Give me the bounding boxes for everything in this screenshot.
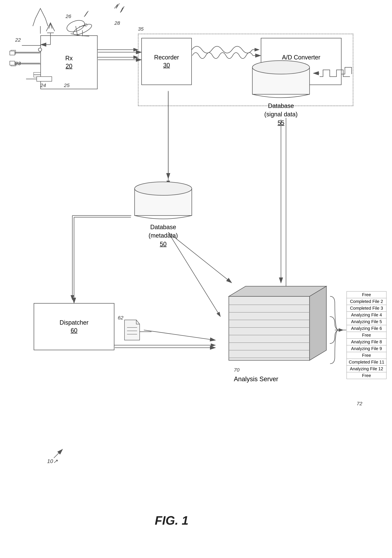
table-cell: Analyzing File 9 bbox=[347, 345, 386, 352]
database-signal-label: Database(signal data)55 bbox=[264, 102, 298, 127]
diagram-container: 35 Rx20 Recorder30 A/D Converter40 22 26… bbox=[0, 0, 392, 558]
analysis-server-label: Analysis Server bbox=[234, 375, 278, 383]
table-row: Free bbox=[347, 332, 386, 339]
table-row: Completed File 11 bbox=[347, 359, 386, 366]
svg-line-73 bbox=[144, 330, 215, 340]
ref-28: 28 bbox=[114, 20, 120, 26]
table-cell: Completed File 2 bbox=[347, 298, 386, 305]
table-row: Analyzing File 9 bbox=[347, 345, 386, 352]
table-row: Completed File 3 bbox=[347, 305, 386, 312]
dispatcher-label: Dispatcher60 bbox=[60, 319, 88, 335]
svg-point-28 bbox=[135, 182, 192, 195]
ref-22: 22 bbox=[15, 37, 21, 43]
ref-24: 24 bbox=[40, 82, 46, 88]
svg-rect-66 bbox=[10, 51, 15, 55]
ref-25: 25 bbox=[64, 82, 69, 88]
table-row: Analyzing File 4 bbox=[347, 312, 386, 318]
table-row: Analyzing File 8 bbox=[347, 339, 386, 345]
recorder-ref: 30 bbox=[163, 62, 170, 69]
table-row: Analyzing File 12 bbox=[347, 366, 386, 372]
file-status-table: Free Completed File 2 Completed File 3 A… bbox=[347, 291, 386, 379]
svg-line-53 bbox=[79, 25, 86, 27]
dispatcher-box: Dispatcher60 bbox=[34, 303, 114, 350]
ref-26: 26 bbox=[66, 13, 71, 19]
svg-line-2 bbox=[76, 26, 77, 35]
ref-62: 62 bbox=[118, 315, 123, 321]
rx-box: Rx20 bbox=[40, 35, 98, 89]
file-icon bbox=[123, 318, 143, 342]
table-cell: Analyzing File 4 bbox=[347, 312, 386, 318]
table-cell: Free bbox=[347, 352, 386, 359]
table-cell: Analyzing File 8 bbox=[347, 339, 386, 345]
ref-23: 23 bbox=[15, 61, 21, 66]
database-metadata-cylinder bbox=[131, 178, 195, 222]
table-cell: Free bbox=[347, 291, 386, 298]
svg-point-54 bbox=[85, 24, 87, 26]
table-row: Free bbox=[347, 291, 386, 298]
ref-70: 70 bbox=[234, 367, 239, 373]
table-cell: Free bbox=[347, 372, 386, 379]
svg-point-26 bbox=[252, 61, 310, 74]
table-cell: Analyzing File 6 bbox=[347, 325, 386, 332]
ref-72: 72 bbox=[357, 401, 362, 406]
analysis-server-shape bbox=[215, 283, 330, 370]
svg-marker-29 bbox=[125, 320, 140, 340]
database-metadata-label: Database(metadata)50 bbox=[149, 223, 178, 248]
ref-35: 35 bbox=[138, 26, 144, 32]
database-metadata-wrap: Database(metadata)50 bbox=[131, 178, 195, 248]
svg-rect-68 bbox=[10, 61, 15, 65]
recorder-label: Recorder30 bbox=[154, 53, 179, 69]
svg-point-1 bbox=[65, 18, 86, 34]
table-cell: Completed File 11 bbox=[347, 359, 386, 366]
svg-rect-22 bbox=[11, 62, 16, 66]
svg-marker-35 bbox=[310, 286, 326, 360]
database-signal-cylinder bbox=[249, 57, 313, 101]
rx-ref: 20 bbox=[66, 63, 72, 70]
svg-line-74 bbox=[54, 450, 62, 458]
svg-point-50 bbox=[72, 22, 93, 37]
table-row: Analyzing File 6 bbox=[347, 325, 386, 332]
svg-rect-33 bbox=[229, 296, 310, 360]
table-cell: Free bbox=[347, 332, 386, 339]
table-row: Analyzing File 5 bbox=[347, 318, 386, 325]
svg-rect-20 bbox=[11, 50, 16, 54]
rx-label: Rx20 bbox=[65, 54, 73, 70]
diagram-ref-10: 10↗ bbox=[47, 458, 58, 464]
dispatcher-ref: 60 bbox=[71, 327, 77, 334]
table-cell: Analyzing File 12 bbox=[347, 366, 386, 372]
table-cell: Completed File 3 bbox=[347, 305, 386, 312]
fig-title: FIG. 1 bbox=[155, 514, 188, 527]
table-row: Free bbox=[347, 372, 386, 379]
table-row: Completed File 2 bbox=[347, 298, 386, 305]
recorder-box: Recorder30 bbox=[141, 38, 192, 85]
table-cell: Analyzing File 5 bbox=[347, 318, 386, 325]
table-row: Free bbox=[347, 352, 386, 359]
database-signal-wrap: Database(signal data)55 bbox=[249, 57, 313, 127]
